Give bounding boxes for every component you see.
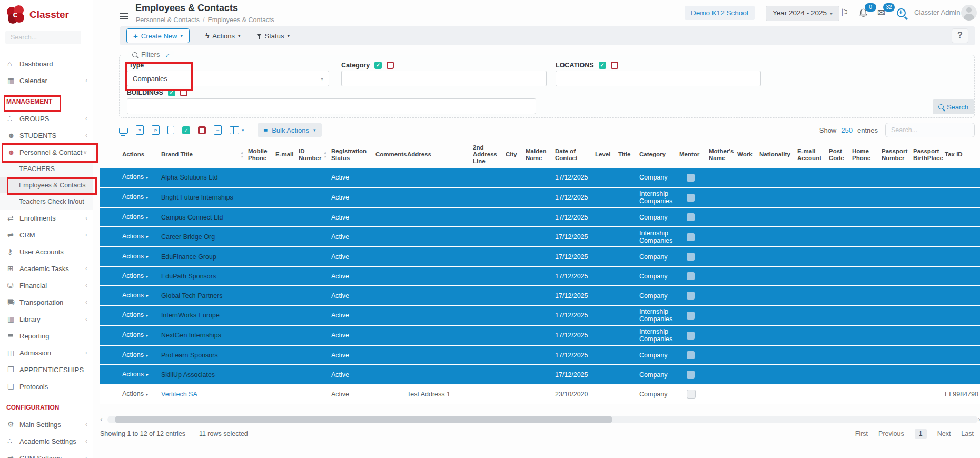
pagination-last[interactable]: Last [961,430,974,437]
cell-brand_title[interactable]: NextGen Internships [159,325,246,345]
sidebar-item-academic-tasks[interactable]: ⊞Academic Tasks‹ [0,260,93,277]
pagination-previous[interactable]: Previous [878,430,904,437]
cell-brand_title[interactable]: Bright Future Internships [159,187,246,207]
type-filter-select[interactable]: Companies ▾ [127,71,329,86]
row-actions-button[interactable]: Actions ▾ [122,193,147,201]
row-actions-button[interactable]: Actions ▾ [122,390,147,397]
row-actions-button[interactable]: Actions ▾ [122,233,147,240]
cell-brand_title[interactable]: Alpha Solutions Ltd [159,168,246,187]
export-icon[interactable]: → [214,125,222,135]
sidebar-item-calendar[interactable]: ▦Calendar‹ [0,72,93,89]
table-search-input[interactable] [885,123,975,137]
cell-brand_title[interactable]: Vertitech SA [159,384,246,404]
avatar[interactable] [961,5,977,21]
mail-badge[interactable]: 32 [883,3,895,12]
print-icon[interactable] [119,126,128,134]
cell-brand_title[interactable]: EduPath Sponsors [159,266,246,286]
table-row[interactable]: Actions ▾Bright Future InternshipsActive… [100,187,980,207]
scroll-right-icon[interactable]: › [978,415,980,423]
sidebar-item-transportation[interactable]: ⛟Transportation‹ [0,294,93,311]
row-actions-button[interactable]: Actions ▾ [122,213,147,221]
sidebar-item-admission[interactable]: ◫Admission‹ [0,344,93,361]
brand-logo[interactable]: c Classter [6,5,69,24]
cell-brand_title[interactable]: Career Bridge Org [159,227,246,247]
bulk-actions-button[interactable]: ≡ Bulk Actions ▾ [258,123,322,137]
cell-brand_title[interactable]: Global Tech Partners [159,286,246,305]
year-selector-button[interactable]: Year 2024 - 2025▾ [766,6,839,21]
row-actions-button[interactable]: Actions ▾ [122,253,147,260]
zoom-in-icon[interactable] [897,8,906,17]
columns-icon[interactable]: ▾ [230,126,244,134]
actions-button[interactable]: ϟ Actions ▾ [205,32,241,40]
mentor-checkbox[interactable] [687,213,695,221]
cell-brand_title[interactable]: ProLearn Sponsors [159,345,246,365]
sidebar-item-personnel-contacts[interactable]: ☻Personnel & Contacts∨ [0,144,93,161]
table-row[interactable]: Actions ▾ProLearn SponsorsActive17/12/20… [100,345,980,365]
table-row[interactable]: Actions ▾EduPath SponsorsActive17/12/202… [100,266,980,286]
table-row[interactable]: Actions ▾Alpha Solutions LtdActive17/12/… [100,168,980,187]
mentor-checkbox[interactable] [687,272,695,280]
table-row[interactable]: Actions ▾InternWorks EuropeActive17/12/2… [100,305,980,325]
mentor-checkbox[interactable] [687,390,696,399]
sort-icon[interactable]: ▴▾ [241,151,243,159]
locations-filter-input[interactable] [556,71,761,86]
expand-icon[interactable]: ↔ [162,49,172,60]
table-row[interactable]: Actions ▾Global Tech PartnersActive17/12… [100,286,980,305]
deselect-all-icon[interactable] [198,126,206,134]
mentor-checkbox[interactable] [687,253,695,261]
pdf-export-icon[interactable]: p [152,125,160,135]
clear-selection-icon[interactable] [387,62,394,69]
sidebar-item-crm[interactable]: ⇌CRM‹ [0,226,93,243]
cell-brand_title[interactable]: SkillUp Associates [159,365,246,384]
pagination-first[interactable]: First [855,430,868,437]
notification-badge[interactable]: 0 [865,3,876,12]
table-row[interactable]: Actions ▾EduFinance GroupActive17/12/202… [100,247,980,266]
pagination-next[interactable]: Next [937,430,951,437]
sidebar-item-financial[interactable]: ⛁Financial‹ [0,277,93,294]
mentor-checkbox[interactable] [687,292,695,300]
row-actions-button[interactable]: Actions ▾ [122,371,147,378]
select-all-icon[interactable]: ✓ [168,89,175,96]
clear-selection-icon[interactable] [180,89,187,96]
help-button[interactable]: ? [952,28,968,43]
flag-icon[interactable]: ⚐ [840,7,848,18]
sidebar-item-teachers[interactable]: TEACHERS [0,161,93,177]
mentor-checkbox[interactable] [687,194,695,202]
sidebar-item-user-accounts[interactable]: ⚷User Accounts [0,243,93,260]
row-actions-button[interactable]: Actions ▾ [122,311,147,318]
buildings-filter-input[interactable] [127,98,536,114]
table-row[interactable]: Actions ▾SkillUp AssociatesActive17/12/2… [100,365,980,384]
pagination-current-page[interactable]: 1 [915,429,927,439]
row-actions-button[interactable]: Actions ▾ [122,272,147,280]
cell-brand_title[interactable]: Campus Connect Ltd [159,207,246,227]
sidebar-item-reporting[interactable]: Reporting [0,327,93,344]
row-actions-button[interactable]: Actions ▾ [122,173,147,181]
column-header-brand_title[interactable]: Brand Title▴▾ [159,141,246,168]
sidebar-item-employees-contacts[interactable]: Employees & Contacts [0,177,93,193]
cell-brand_title[interactable]: EduFinance Group [159,247,246,266]
row-actions-button[interactable]: Actions ▾ [122,351,147,359]
column-header-id_number[interactable]: ID Number▴▾ [296,141,329,168]
table-row[interactable]: Actions ▾Campus Connect LtdActive17/12/2… [100,207,980,227]
cell-brand_title[interactable]: InternWorks Europe [159,305,246,325]
sidebar-search-input[interactable] [5,31,81,44]
sidebar-item-main-settings[interactable]: ⚙Main Settings‹ [0,416,93,433]
mentor-checkbox[interactable] [687,371,695,379]
clear-selection-icon[interactable] [611,62,618,69]
scrollbar-thumb[interactable] [115,416,612,423]
scroll-left-icon[interactable]: ‹ [100,415,103,423]
sidebar-item-library[interactable]: ▥Library‹ [0,311,93,327]
mentor-checkbox[interactable] [687,233,695,241]
breadcrumb-parent[interactable]: Personnel & Contacts [136,16,200,24]
sidebar-item-academic-settings[interactable]: ∴Academic Settings‹ [0,433,93,450]
status-button[interactable]: Status ▾ [256,32,290,40]
mentor-checkbox[interactable] [687,332,695,340]
table-row[interactable]: Actions ▾NextGen InternshipsActive17/12/… [100,325,980,345]
sidebar-item-apprenticeships[interactable]: ❒APPRENTICESHIPS [0,361,93,378]
sidebar-item-teachers-check-in-out[interactable]: Teachers Check in/out [0,193,93,210]
page-size-select[interactable]: 250 [841,126,853,134]
excel-export-icon[interactable]: x [136,125,144,135]
sidebar-item-crm-settings[interactable]: ⇌CRM Settings‹ [0,450,93,458]
category-filter-input[interactable] [341,71,547,86]
select-all-icon[interactable]: ✓ [182,126,190,134]
